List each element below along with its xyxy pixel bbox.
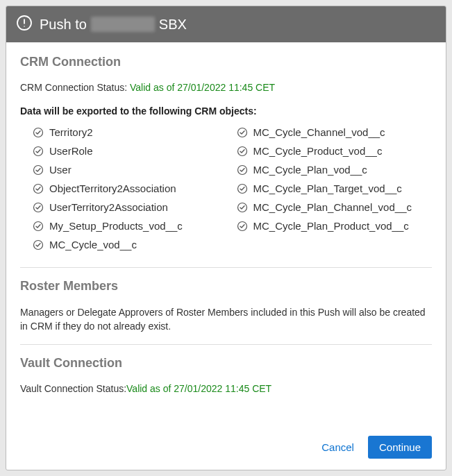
object-label: MC_Cycle_Channel_vod__c — [253, 126, 385, 138]
object-label: MC_Cycle_vod__c — [49, 239, 137, 250]
object-item: My_Setup_Products_vod__c — [33, 220, 228, 232]
vault-status-line: Vault Connection Status:Valid as of 27/0… — [20, 383, 432, 394]
check-circle-icon — [33, 202, 44, 213]
vault-status-value: Valid as of 27/01/2022 11:45 CET — [126, 383, 271, 394]
check-circle-icon — [237, 146, 248, 157]
svg-point-2 — [24, 26, 25, 27]
object-item: UserRole — [33, 145, 228, 157]
object-item: User — [33, 164, 228, 176]
divider — [20, 344, 432, 345]
check-circle-icon — [237, 183, 248, 194]
object-item: ObjectTerritory2Association — [33, 182, 228, 194]
object-item: MC_Cycle_Plan_Channel_vod__c — [237, 201, 433, 213]
vault-section-title: Vault Connection — [20, 356, 432, 371]
crm-status-line: CRM Connection Status: Valid as of 27/01… — [20, 82, 432, 93]
vault-status-label: Vault Connection Status: — [20, 383, 126, 394]
object-label: My_Setup_Products_vod__c — [49, 220, 183, 232]
titlebar: Push to SBX — [6, 6, 446, 42]
objects-column-right: MC_Cycle_Channel_vod__c MC_Cycle_Product… — [237, 126, 433, 250]
dialog-title: Push to SBX — [40, 17, 187, 33]
cancel-button[interactable]: Cancel — [319, 437, 357, 457]
check-circle-icon — [237, 164, 248, 176]
object-label: ObjectTerritory2Association — [49, 182, 176, 194]
roster-section-title: Roster Members — [20, 279, 432, 294]
check-circle-icon — [237, 221, 248, 232]
object-label: MC_Cycle_Plan_Target_vod__c — [253, 182, 402, 194]
objects-grid: Territory2 UserRole User ObjectTerritory… — [20, 126, 432, 250]
export-heading: Data will be exported to the following C… — [20, 105, 432, 117]
push-dialog: Push to SBX CRM Connection CRM Connectio… — [6, 6, 446, 470]
crm-status-label: CRM Connection Status: — [20, 82, 130, 93]
object-label: User — [49, 164, 72, 176]
continue-button[interactable]: Continue — [368, 436, 432, 459]
alert-icon — [16, 15, 33, 34]
object-item: Territory2 — [33, 126, 228, 138]
dialog-footer: Cancel Continue — [6, 436, 446, 470]
check-circle-icon — [33, 127, 44, 138]
object-label: Territory2 — [49, 126, 93, 138]
check-circle-icon — [33, 221, 44, 232]
object-item: MC_Cycle_vod__c — [33, 239, 228, 250]
object-label: MC_Cycle_Plan_vod__c — [253, 164, 367, 176]
divider — [20, 267, 432, 268]
crm-status-value: Valid as of 27/01/2022 11:45 CET — [130, 82, 275, 93]
object-label: MC_Cycle_Product_vod__c — [253, 145, 383, 157]
object-item: MC_Cycle_Plan_Product_vod__c — [237, 220, 433, 232]
object-label: MC_Cycle_Plan_Channel_vod__c — [253, 201, 412, 213]
check-circle-icon — [33, 239, 44, 250]
check-circle-icon — [237, 202, 248, 213]
check-circle-icon — [33, 164, 44, 176]
object-item: MC_Cycle_Channel_vod__c — [237, 126, 433, 138]
objects-column-left: Territory2 UserRole User ObjectTerritory… — [33, 126, 228, 250]
redacted-segment — [91, 17, 155, 32]
object-item: UserTerritory2Association — [33, 201, 228, 213]
dialog-body: CRM Connection CRM Connection Status: Va… — [6, 42, 446, 416]
object-item: MC_Cycle_Plan_vod__c — [237, 164, 433, 176]
crm-section-title: CRM Connection — [20, 55, 432, 69]
object-label: UserRole — [49, 145, 93, 157]
check-circle-icon — [237, 127, 248, 138]
object-label: MC_Cycle_Plan_Product_vod__c — [253, 220, 409, 232]
check-circle-icon — [33, 146, 44, 157]
check-circle-icon — [33, 183, 44, 194]
object-label: UserTerritory2Association — [49, 201, 168, 213]
roster-description: Managers or Delegate Approvers of Roster… — [20, 306, 432, 333]
title-prefix: Push to — [40, 17, 87, 33]
object-item: MC_Cycle_Product_vod__c — [237, 145, 433, 157]
title-suffix: SBX — [159, 17, 187, 33]
object-item: MC_Cycle_Plan_Target_vod__c — [237, 182, 433, 194]
